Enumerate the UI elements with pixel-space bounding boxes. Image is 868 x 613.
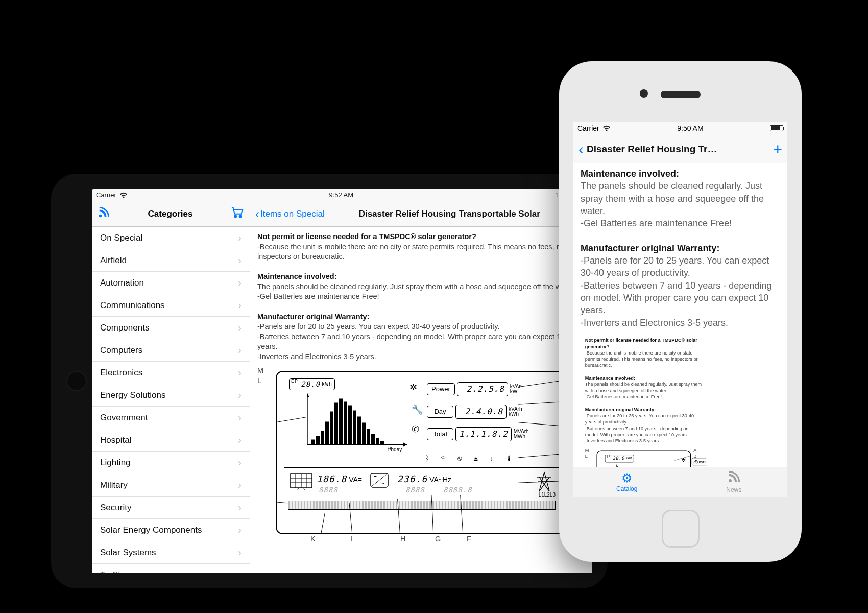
diagram-status-bar <box>288 501 556 510</box>
energy-histogram-icon <box>307 390 409 449</box>
tablet-status-bar: Carrier 9:52 AM 100% <box>92 189 592 201</box>
phone-device-frame: Carrier 9:50 AM ‹ Disaster Relief Housin… <box>559 61 802 562</box>
svg-rect-17 <box>357 417 361 445</box>
clock-label: 9:52 AM <box>329 191 353 199</box>
sidebar-item[interactable]: Solar Systems› <box>92 541 250 564</box>
bee-icon: ✲ <box>681 457 686 464</box>
diagram-callout-B: B <box>693 453 702 459</box>
chevron-right-icon: › <box>238 367 242 379</box>
phone-status-bar: Carrier 9:50 AM <box>573 122 787 135</box>
svg-line-36 <box>544 472 549 491</box>
sidebar-item-label: Government <box>100 413 148 423</box>
warr-body-2: -Batteries between 7 and 10 years - depe… <box>257 333 565 351</box>
maint-body-1: The panels should be cleaned regularly. … <box>581 181 764 216</box>
status-icons-row: ᛒ ⌔ ⎋ ⏏ ↓ 🌡 <box>425 454 518 463</box>
diagram-callout-H: H <box>400 534 405 545</box>
permit-heading: Not permit or license needed for a TMSPD… <box>585 338 697 349</box>
wifi-icon <box>119 192 128 198</box>
diagram-row-value: 1.1.1.8.2 <box>455 427 512 441</box>
sidebar-item[interactable]: Military› <box>92 474 250 497</box>
tablet-screen: Carrier 9:52 AM 100% Categories <box>92 189 592 573</box>
rss-icon <box>728 471 740 485</box>
cart-icon[interactable] <box>231 207 244 221</box>
tab-catalog[interactable]: ⚙ Catalog <box>573 467 681 497</box>
sidebar-item-label: Security <box>100 503 131 513</box>
sidebar-item[interactable]: Airfield› <box>92 249 250 272</box>
maint-heading: Maintenance involved: <box>581 169 679 179</box>
add-button[interactable]: + <box>773 140 782 158</box>
gear-icon: ⚙ <box>621 472 633 484</box>
sidebar-item[interactable]: Communications› <box>92 294 250 317</box>
sidebar-item[interactable]: Electronics› <box>92 362 250 384</box>
tab-news[interactable]: News <box>681 467 788 497</box>
phone-home-button[interactable] <box>662 510 700 548</box>
phone-content: Maintenance involved: The panels should … <box>573 163 787 467</box>
warr-body-3: -Inverters and Electronics 3-5 years. <box>585 438 660 443</box>
sidebar-item[interactable]: Energy Solutions› <box>92 384 250 407</box>
svg-rect-19 <box>367 429 370 445</box>
maint-body-2: -Gel Batteries are maintenance Free! <box>585 394 662 399</box>
tablet-home-button[interactable] <box>66 371 87 391</box>
sidebar-item[interactable]: Government› <box>92 407 250 429</box>
nav-title: Disaster Relief Housing Tr… <box>584 144 773 155</box>
warr-body-1: -Panels are for 20 to 25 years. You can … <box>581 255 769 278</box>
permit-body: -Because the unit is mobile there are no… <box>585 350 698 368</box>
svg-marker-6 <box>307 394 309 397</box>
svg-line-35 <box>539 472 544 491</box>
sidebar-item-label: Energy Solutions <box>100 390 166 400</box>
sidebar-item[interactable]: Components› <box>92 317 250 339</box>
warr-heading: Manufacturer original Warranty: <box>585 407 656 412</box>
sidebar-item[interactable]: Lighting› <box>92 452 250 474</box>
sidebar-item[interactable]: Security› <box>92 497 250 519</box>
phone-speaker-icon <box>661 91 701 98</box>
svg-line-48 <box>318 512 325 533</box>
diagram-row-units: kVArkW <box>510 384 521 394</box>
detail-content: Not permit or license needed for a TMSPD… <box>581 334 706 467</box>
phone-screen: Carrier 9:50 AM ‹ Disaster Relief Housin… <box>573 122 787 497</box>
svg-point-1 <box>234 216 236 218</box>
diagram-row-name: Power <box>427 383 455 395</box>
tab-bar: ⚙ Catalog News <box>573 467 787 497</box>
svg-rect-12 <box>334 403 338 445</box>
chevron-right-icon: › <box>238 547 242 558</box>
svg-point-2 <box>239 216 242 218</box>
chevron-right-icon: › <box>238 299 242 311</box>
diagram-callout-M: M <box>585 447 594 453</box>
sidebar-item[interactable]: Hospital› <box>92 429 250 452</box>
diagram-callout-G: G <box>435 534 441 545</box>
detail-title: Disaster Relief Housing Transportable So… <box>328 209 576 219</box>
svg-text:=: = <box>374 475 377 480</box>
wrench-icon: 🔧 <box>412 404 423 416</box>
sidebar-item-label: Components <box>100 323 149 333</box>
back-button[interactable]: ‹ Items on Special <box>255 207 325 221</box>
sidebar-item[interactable]: Computers› <box>92 339 250 362</box>
back-button[interactable]: ‹ <box>578 140 584 158</box>
chevron-right-icon: › <box>238 434 242 446</box>
categories-sidebar: Categories On Special›Airfield›Automatio… <box>92 201 250 573</box>
clock-label: 9:50 AM <box>677 124 703 132</box>
svg-rect-11 <box>330 412 333 445</box>
sidebar-item-label: Computers <box>100 345 142 356</box>
diagram-row-units: kVArhkWh <box>509 407 522 417</box>
sidebar-item[interactable]: Traffic› <box>92 564 250 573</box>
maint-body-2: -Gel Batteries are maintenance Free! <box>581 218 732 228</box>
tab-news-label: News <box>726 486 741 493</box>
maint-body-1: The panels should be cleaned regularly. … <box>257 282 575 291</box>
diagram-callout-C: C <box>693 459 702 465</box>
rss-icon[interactable] <box>98 207 109 221</box>
detail-pane: ‹ Items on Special Disaster Relief Housi… <box>250 201 592 573</box>
sidebar-item-label: On Special <box>100 233 142 243</box>
sidebar-item-label: Military <box>100 480 128 490</box>
warr-body-1: -Panels are for 20 to 25 years. You can … <box>257 322 499 331</box>
sidebar-item[interactable]: Automation› <box>92 272 250 294</box>
svg-marker-4 <box>403 443 407 447</box>
detail-content: Not permit or license needed for a TMSPD… <box>250 227 592 573</box>
svg-text:~: ~ <box>381 480 384 487</box>
sidebar-item-label: Solar Energy Components <box>100 525 202 535</box>
back-label: Items on Special <box>260 209 325 219</box>
chevron-right-icon: › <box>238 412 242 423</box>
sidebar-item[interactable]: On Special› <box>92 227 250 249</box>
sidebar-item[interactable]: Solar Energy Components› <box>92 519 250 541</box>
chevron-right-icon: › <box>238 457 242 468</box>
bee-icon: ✲ <box>409 381 417 393</box>
